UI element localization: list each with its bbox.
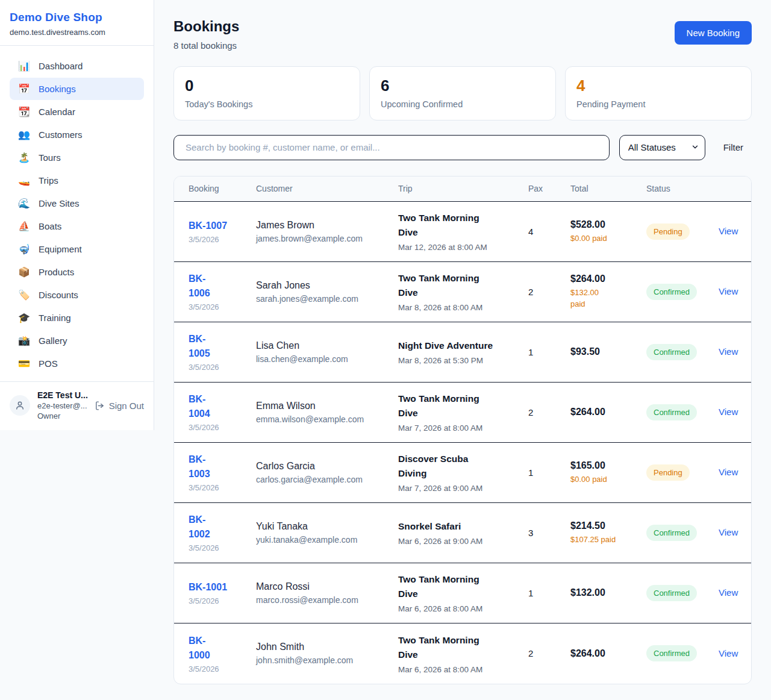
stat-label: Today's Bookings <box>185 99 349 109</box>
trip-datetime: Mar 7, 2026 at 8:00 AM <box>398 423 519 433</box>
pax-value: 3 <box>528 528 570 538</box>
sidebar-item-products[interactable]: 📦 Products <box>10 261 144 283</box>
filter-row: All Statuses Filter <box>173 135 752 160</box>
paid-amount: $132.00 paid <box>570 287 637 310</box>
stat-card-todays-bookings: 0 Today's Bookings <box>173 66 360 120</box>
pax-value: 2 <box>528 407 570 417</box>
trip-datetime: Mar 6, 2026 at 8:00 AM <box>398 665 519 674</box>
user-meta: E2E Test U... e2e-tester@... Owner <box>37 390 87 420</box>
sidebar-item-label: Bookings <box>39 84 76 94</box>
sign-out-label: Sign Out <box>109 401 144 411</box>
customer-email: lisa.chen@example.com <box>256 354 389 364</box>
status-badge: Pending <box>646 223 690 240</box>
sidebar-item-label: Tours <box>39 152 61 163</box>
booking-number-link[interactable]: BK- 1002 <box>189 513 246 542</box>
paid-amount: $0.00 paid <box>570 233 637 245</box>
customer-name: Marco Rossi <box>256 581 389 592</box>
customer-email: emma.wilson@example.com <box>256 414 389 424</box>
customer-name: John Smith <box>256 642 389 652</box>
sign-out-button[interactable]: Sign Out <box>95 401 144 411</box>
page-title-block: Bookings 8 total bookings <box>173 18 239 51</box>
view-link[interactable]: View <box>719 467 738 477</box>
sidebar-item-calendar[interactable]: 📆 Calendar <box>10 101 144 123</box>
stat-card-pending-payment: 4 Pending Payment <box>565 66 752 120</box>
sidebar-item-pos[interactable]: 💳 POS <box>10 352 144 375</box>
total-amount: $165.00 <box>570 460 637 471</box>
trip-cell: Snorkel Safari Mar 6, 2026 at 9:00 AM <box>398 519 528 546</box>
booking-number-link[interactable]: BK- 1005 <box>189 332 246 361</box>
graduation-cap-icon: 🎓 <box>18 313 30 323</box>
sidebar-item-label: Customers <box>39 130 83 140</box>
trip-datetime: Mar 6, 2026 at 8:00 AM <box>398 604 519 613</box>
sidebar-item-bookings[interactable]: 📅 Bookings <box>10 78 144 100</box>
booking-cell: BK- 1000 3/5/2026 <box>174 634 256 673</box>
bookings-table: Booking Customer Trip Pax Total Status B… <box>173 176 752 684</box>
booking-number-link[interactable]: BK- 1006 <box>189 272 246 301</box>
sidebar-item-customers[interactable]: 👥 Customers <box>10 123 144 146</box>
sidebar-item-label: Boats <box>39 221 61 231</box>
view-link[interactable]: View <box>719 286 738 296</box>
status-cell: Pending <box>646 223 719 240</box>
trip-cell: Two Tank Morning Dive Mar 6, 2026 at 8:0… <box>398 633 528 674</box>
booking-number-link[interactable]: BK- 1003 <box>189 452 246 481</box>
table-row: BK-1007 3/5/2026 James Brown james.brown… <box>174 202 751 262</box>
table-row: BK- 1004 3/5/2026 Emma Wilson emma.wilso… <box>174 383 751 443</box>
status-filter-select[interactable]: All Statuses <box>619 135 705 160</box>
status-badge: Confirmed <box>646 585 697 601</box>
sidebar-item-gallery[interactable]: 📸 Gallery <box>10 330 144 352</box>
sidebar-item-dashboard[interactable]: 📊 Dashboard <box>10 55 144 77</box>
status-badge: Pending <box>646 464 690 481</box>
status-cell: Confirmed <box>646 344 719 360</box>
stat-card-upcoming-confirmed: 6 Upcoming Confirmed <box>369 66 556 120</box>
booking-number-link[interactable]: BK-1001 <box>189 580 246 595</box>
booking-cell: BK-1007 3/5/2026 <box>174 219 256 244</box>
trip-name: Night Dive Adventure <box>398 339 519 353</box>
sidebar-item-tours[interactable]: 🏝️ Tours <box>10 146 144 169</box>
booking-number-link[interactable]: BK- 1004 <box>189 392 246 421</box>
sidebar-item-equipment[interactable]: 🤿 Equipment <box>10 238 144 260</box>
view-link[interactable]: View <box>719 587 738 598</box>
pax-value: 4 <box>528 227 570 237</box>
status-badge: Confirmed <box>646 404 697 420</box>
customer-cell: James Brown james.brown@example.com <box>256 220 398 243</box>
action-cell: View <box>719 346 751 357</box>
table-row: BK- 1005 3/5/2026 Lisa Chen lisa.chen@ex… <box>174 322 751 383</box>
sidebar-item-boats[interactable]: ⛵ Boats <box>10 215 144 237</box>
sidebar-item-dive-sites[interactable]: 🌊 Dive Sites <box>10 192 144 214</box>
customer-name: Emma Wilson <box>256 401 389 411</box>
view-link[interactable]: View <box>719 407 738 417</box>
customer-cell: Lisa Chen lisa.chen@example.com <box>256 340 398 364</box>
trip-cell: Two Tank Morning Dive Mar 12, 2026 at 8:… <box>398 211 528 252</box>
booking-cell: BK- 1003 3/5/2026 <box>174 452 256 492</box>
column-header-customer: Customer <box>256 184 398 193</box>
view-link[interactable]: View <box>719 226 738 236</box>
trip-name: Two Tank Morning Dive <box>398 392 519 420</box>
page-subtitle: 8 total bookings <box>173 40 239 51</box>
total-cell: $264.00 <box>570 407 646 417</box>
sidebar-item-label: Trips <box>39 175 58 186</box>
brand-title: Demo Dive Shop <box>10 11 144 24</box>
user-role: Owner <box>37 411 87 420</box>
sidebar-item-label: Products <box>39 267 74 277</box>
user-box: E2E Test U... e2e-tester@... Owner Sign … <box>0 381 154 430</box>
sidebar-item-trips[interactable]: 🚤 Trips <box>10 169 144 192</box>
booking-number-link[interactable]: BK-1007 <box>189 219 246 233</box>
total-cell: $165.00 $0.00 paid <box>570 460 646 486</box>
booking-number-link[interactable]: BK- 1000 <box>189 634 246 663</box>
customer-cell: Carlos Garcia carlos.garcia@example.com <box>256 461 398 484</box>
sidebar-item-discounts[interactable]: 🏷️ Discounts <box>10 284 144 306</box>
pax-value: 1 <box>528 347 570 357</box>
sidebar-item-training[interactable]: 🎓 Training <box>10 307 144 329</box>
action-cell: View <box>719 226 751 237</box>
view-link[interactable]: View <box>719 527 738 537</box>
view-link[interactable]: View <box>719 648 738 658</box>
new-booking-button[interactable]: New Booking <box>675 21 752 45</box>
table-row: BK- 1006 3/5/2026 Sarah Jones sarah.jone… <box>174 262 751 322</box>
view-link[interactable]: View <box>719 346 738 357</box>
search-input[interactable] <box>173 135 610 160</box>
status-cell: Confirmed <box>646 284 719 300</box>
booking-date: 3/5/2026 <box>189 483 246 492</box>
trip-cell: Two Tank Morning Dive Mar 6, 2026 at 8:0… <box>398 572 528 613</box>
trip-name: Two Tank Morning Dive <box>398 211 519 240</box>
status-badge: Confirmed <box>646 344 697 360</box>
